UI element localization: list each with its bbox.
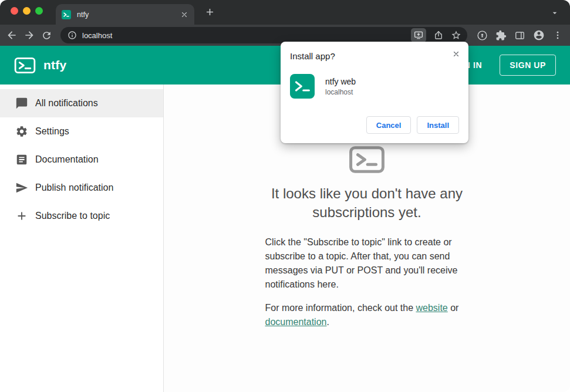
- install-app-icon: [413, 30, 424, 40]
- share-button[interactable]: [433, 30, 444, 40]
- ntfy-logo-icon: [14, 57, 36, 74]
- cancel-button[interactable]: Cancel: [366, 116, 412, 134]
- install-button[interactable]: Install: [417, 116, 459, 134]
- star-icon: [451, 30, 461, 40]
- sidebar-item-all-notifications[interactable]: All notifications: [0, 89, 163, 117]
- forward-button[interactable]: [23, 29, 35, 41]
- browser-window: ntfy localhost: [0, 0, 570, 392]
- sidebar-item-label: Documentation: [35, 154, 99, 165]
- sidebar-item-settings[interactable]: Settings: [0, 117, 163, 146]
- chat-icon: [15, 97, 28, 110]
- traffic-light-close[interactable]: [11, 7, 18, 15]
- documentation-link[interactable]: documentation: [265, 317, 327, 327]
- share-icon: [433, 30, 444, 40]
- sidebar-item-documentation[interactable]: Documentation: [0, 146, 163, 174]
- dialog-app-origin: localhost: [325, 88, 356, 96]
- sign-up-button[interactable]: SIGN UP: [500, 55, 556, 76]
- profile-avatar-icon: [533, 29, 545, 41]
- profile-avatar-button[interactable]: [533, 29, 545, 41]
- kebab-menu-icon: [552, 30, 563, 40]
- traffic-light-minimize[interactable]: [23, 7, 31, 15]
- plus-icon: [15, 209, 28, 222]
- reload-button[interactable]: [41, 30, 52, 41]
- side-panel-button[interactable]: [514, 30, 525, 41]
- extensions-puzzle-button[interactable]: [495, 30, 507, 41]
- dialog-app-row: ntfy web localhost: [290, 74, 459, 99]
- tab-favicon: [62, 10, 71, 19]
- side-panel-icon: [514, 30, 525, 41]
- sidebar-item-publish-notification[interactable]: Publish notification: [0, 174, 163, 202]
- sidebar-item-subscribe-to-topic[interactable]: Subscribe to topic: [0, 202, 163, 230]
- more-info-paragraph: For more information, check out the webs…: [265, 301, 469, 329]
- site-info-icon[interactable]: [68, 31, 77, 40]
- sidebar-item-label: Subscribe to topic: [35, 211, 110, 221]
- install-app-button[interactable]: [411, 28, 426, 42]
- dialog-app-icon: [290, 74, 315, 99]
- browser-menu-kebab-button[interactable]: [552, 30, 563, 40]
- puzzle-icon: [495, 30, 507, 41]
- dialog-actions: Cancel Install: [290, 116, 459, 134]
- new-tab-button[interactable]: [204, 6, 215, 18]
- sidebar-item-label: Settings: [35, 126, 69, 137]
- bookmark-star-button[interactable]: [451, 30, 461, 40]
- traffic-light-zoom[interactable]: [35, 7, 43, 15]
- browser-tab[interactable]: ntfy: [56, 4, 194, 25]
- password-manager-extension-button[interactable]: [477, 30, 488, 41]
- sidebar-item-label: Publish notification: [35, 183, 113, 193]
- empty-state-text: Click the "Subscribe to topic" link to c…: [265, 235, 469, 339]
- tab-search-chevron-icon[interactable]: [550, 8, 559, 18]
- empty-state-paragraph: Click the "Subscribe to topic" link to c…: [265, 235, 469, 292]
- reload-icon: [41, 30, 52, 41]
- install-app-dialog: Install app? ntfy web localhost Cancel I…: [281, 42, 468, 143]
- url-text: localhost: [82, 31, 411, 40]
- password-manager-icon: [477, 30, 488, 41]
- ntfy-empty-state-icon: [349, 146, 385, 176]
- website-link[interactable]: website: [416, 303, 448, 313]
- traffic-lights: [11, 7, 43, 15]
- dialog-close-icon[interactable]: [452, 50, 460, 58]
- address-bar[interactable]: localhost: [60, 27, 467, 43]
- back-button[interactable]: [6, 29, 18, 41]
- forward-icon: [23, 29, 35, 41]
- tab-strip: ntfy: [0, 0, 570, 25]
- send-icon: [15, 181, 28, 194]
- empty-state-heading: It looks like you don't have any subscri…: [271, 184, 463, 221]
- back-icon: [6, 29, 18, 41]
- tab-close-icon[interactable]: [180, 11, 188, 19]
- dialog-title: Install app?: [290, 51, 459, 61]
- dialog-app-name: ntfy web: [325, 77, 356, 86]
- sidebar-item-label: All notifications: [35, 98, 98, 109]
- sidebar: All notifications Settings Documentation…: [0, 85, 164, 392]
- brand-title: ntfy: [43, 58, 66, 72]
- article-icon: [15, 153, 28, 166]
- gear-icon: [15, 125, 28, 138]
- tab-title: ntfy: [77, 11, 180, 19]
